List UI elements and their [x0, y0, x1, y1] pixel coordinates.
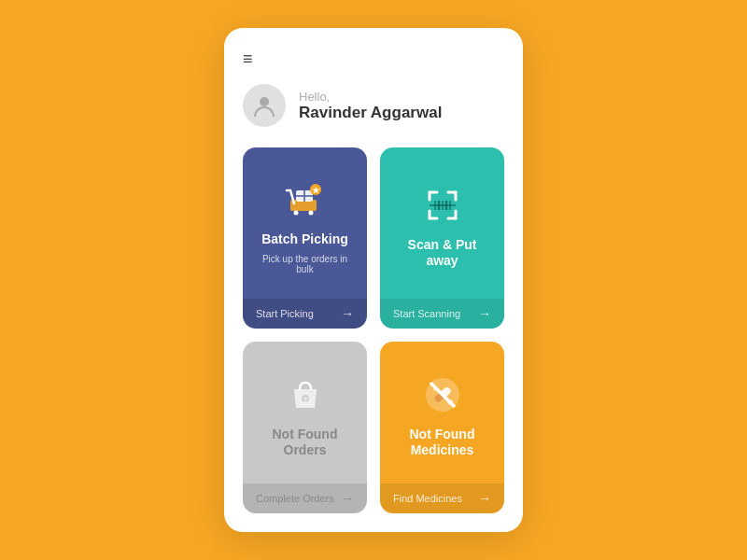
- card-not-found-medicines[interactable]: Not Found Medicines Find Medicines →: [380, 342, 504, 513]
- scan-footer-label: Start Scanning: [393, 308, 460, 319]
- medicines-title: Not Found Medicines: [391, 427, 493, 459]
- greeting-hello: Hello,: [299, 90, 442, 104]
- svg-point-0: [260, 97, 269, 106]
- orders-footer-label: Complete Orders: [256, 493, 334, 504]
- svg-text:?: ?: [303, 397, 306, 403]
- card-not-found-orders[interactable]: ? Not Found Orders Complete Orders →: [243, 342, 367, 513]
- orders-arrow: →: [341, 491, 354, 506]
- batch-picking-footer[interactable]: Start Picking →: [243, 299, 367, 329]
- card-grid: ★ Batch Picking Pick up the orders in bu…: [243, 147, 504, 513]
- medicines-footer-label: Find Medicines: [393, 493, 462, 504]
- card-orders-body: ? Not Found Orders: [243, 342, 367, 483]
- person-icon: [251, 92, 277, 119]
- svg-point-2: [293, 211, 298, 216]
- header: Hello, Ravinder Aggarwal: [243, 84, 504, 127]
- avatar: [243, 84, 286, 127]
- medicines-arrow: →: [478, 491, 491, 506]
- card-batch-picking-body: ★ Batch Picking Pick up the orders in bu…: [243, 147, 367, 299]
- svg-point-21: [447, 399, 453, 405]
- slash-icon: [420, 372, 465, 417]
- card-scan-body: Scan & Put away: [380, 147, 504, 299]
- menu-icon[interactable]: ≡: [243, 50, 504, 67]
- card-scan-put-away[interactable]: Scan & Put away Start Scanning →: [380, 147, 504, 329]
- orders-footer[interactable]: Complete Orders →: [243, 483, 367, 513]
- svg-text:★: ★: [312, 186, 320, 195]
- phone-card: ≡ Hello, Ravinder Aggarwal: [224, 28, 523, 532]
- medicines-footer[interactable]: Find Medicines →: [380, 483, 504, 513]
- card-batch-picking[interactable]: ★ Batch Picking Pick up the orders in bu…: [243, 147, 367, 329]
- orders-title: Not Found Orders: [254, 427, 356, 459]
- scan-footer[interactable]: Start Scanning →: [380, 299, 504, 329]
- cart-icon: ★: [283, 177, 328, 222]
- batch-picking-title: Batch Picking: [261, 231, 348, 248]
- batch-picking-subtitle: Pick up the orders in bulk: [254, 254, 356, 274]
- batch-picking-arrow: →: [341, 306, 354, 321]
- card-medicines-body: Not Found Medicines: [380, 342, 504, 483]
- svg-point-3: [308, 211, 313, 216]
- batch-picking-footer-label: Start Picking: [256, 308, 314, 319]
- scan-title: Scan & Put away: [391, 237, 493, 270]
- greeting-name: Ravinder Aggarwal: [299, 104, 442, 122]
- svg-point-22: [433, 387, 437, 391]
- scan-icon: [420, 183, 465, 228]
- bag-icon: ?: [283, 372, 328, 417]
- scan-arrow: →: [478, 306, 491, 321]
- greeting: Hello, Ravinder Aggarwal: [299, 90, 442, 122]
